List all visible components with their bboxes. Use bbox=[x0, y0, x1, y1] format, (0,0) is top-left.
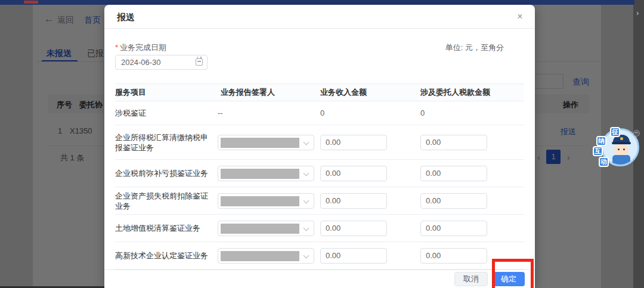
date-picker[interactable] bbox=[115, 55, 208, 70]
table-row: 土地增值税清算鉴证业务 bbox=[115, 215, 524, 242]
date-field-label: *业务完成日期 bbox=[115, 42, 166, 53]
mascot-face bbox=[614, 144, 628, 155]
mascot-eye bbox=[618, 148, 620, 150]
screenshot-stage: ← 返回 首页 未报送 已报送 查询 序号 委托协 操作 1 X1350 报送 … bbox=[0, 0, 644, 288]
signer-select[interactable] bbox=[218, 221, 314, 236]
income-amount-input[interactable] bbox=[320, 221, 387, 236]
signer-select[interactable] bbox=[218, 166, 314, 181]
chevron-down-icon bbox=[304, 252, 309, 258]
income-amount-input[interactable] bbox=[320, 248, 387, 264]
tax-amount-input[interactable] bbox=[420, 193, 487, 209]
mascot-eye bbox=[623, 148, 625, 150]
redacted-value bbox=[221, 224, 299, 234]
chevron-right-icon: › bbox=[636, 8, 639, 17]
income-amount-input[interactable] bbox=[320, 166, 387, 181]
col-report-signer: 业务报告签署人 bbox=[218, 87, 320, 98]
redacted-value bbox=[221, 169, 299, 179]
redacted-value bbox=[221, 251, 299, 261]
minimize-icon[interactable]: − bbox=[633, 130, 640, 137]
mascot-uniform bbox=[612, 155, 630, 166]
table-row: 企业所得税汇算清缴纳税申报鉴证业务 bbox=[115, 125, 524, 160]
signer-select[interactable] bbox=[218, 248, 314, 264]
redacted-value bbox=[221, 196, 299, 206]
table-row-summary: 涉税鉴证 -- 0 0 bbox=[115, 101, 524, 125]
summary-tax: 0 bbox=[420, 109, 524, 117]
signer-select[interactable] bbox=[218, 193, 314, 209]
app-topbar bbox=[0, 0, 634, 5]
summary-income: 0 bbox=[320, 109, 420, 117]
table-row: 企业税前弥补亏损鉴证业务 bbox=[115, 160, 524, 187]
table-row: 企业资产损失税前扣除鉴证业务 bbox=[115, 187, 524, 215]
summary-signer: -- bbox=[218, 109, 320, 117]
date-input[interactable] bbox=[115, 55, 208, 70]
mascot-hat-badge bbox=[620, 137, 623, 140]
required-asterisk: * bbox=[115, 43, 118, 52]
redacted-value bbox=[221, 138, 299, 148]
unit-note: 单位: 元，至角分 bbox=[438, 42, 504, 53]
chevron-down-icon bbox=[304, 197, 309, 203]
col-income-amount: 业务收入金额 bbox=[320, 87, 420, 98]
mascot-label-dong: 动 bbox=[599, 157, 609, 167]
tax-amount-input[interactable] bbox=[420, 221, 487, 236]
mascot-label-na: 纳 bbox=[596, 136, 606, 146]
close-icon[interactable]: × bbox=[515, 11, 525, 22]
tax-amount-input[interactable] bbox=[420, 135, 487, 150]
modal-table-header: 服务项目 业务报告签署人 业务收入金额 涉及委托人税款金额 bbox=[115, 83, 524, 101]
mascot-label-zheng: 征 bbox=[610, 127, 620, 137]
mascot-label-hu: 互 bbox=[593, 146, 603, 156]
calendar-icon[interactable] bbox=[196, 58, 203, 66]
col-client-tax-amount: 涉及委托人税款金额 bbox=[420, 87, 524, 98]
tax-amount-input[interactable] bbox=[420, 248, 487, 264]
modal-title: 报送 bbox=[117, 12, 135, 23]
income-amount-input[interactable] bbox=[320, 193, 387, 209]
income-amount-input[interactable] bbox=[320, 135, 387, 150]
annotation-highlight-box bbox=[492, 259, 534, 288]
cancel-button[interactable]: 取消 bbox=[454, 272, 488, 286]
signer-select[interactable] bbox=[218, 135, 314, 150]
table-row: 高新技术企业认定鉴证业务 bbox=[115, 242, 524, 270]
chevron-down-icon bbox=[304, 225, 309, 231]
topbar-logo-mark bbox=[24, 1, 38, 4]
col-service-item: 服务项目 bbox=[115, 87, 218, 98]
mascot-widget[interactable]: 征 纳 互 动 − bbox=[592, 126, 644, 170]
tax-amount-input[interactable] bbox=[420, 166, 487, 181]
modal-footer: 取消 确定 bbox=[104, 270, 535, 288]
submit-modal: 报送 × *业务完成日期 单位: 元，至角分 服务项目 业务报告签署人 业务收入… bbox=[104, 5, 535, 288]
chevron-down-icon bbox=[304, 170, 309, 176]
modal-table: 服务项目 业务报告签署人 业务收入金额 涉及委托人税款金额 涉税鉴证 -- 0 … bbox=[115, 83, 524, 270]
modal-header bbox=[104, 5, 535, 29]
chevron-down-icon bbox=[304, 139, 309, 145]
